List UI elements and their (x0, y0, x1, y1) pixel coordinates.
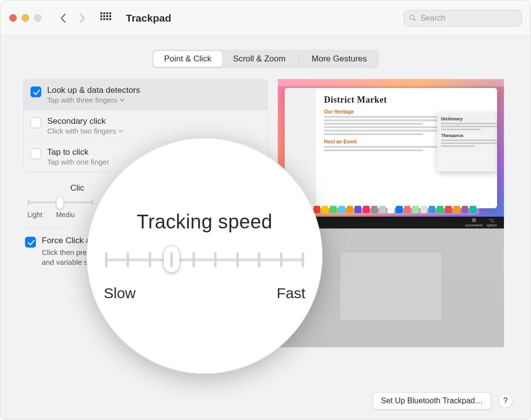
chevron-down-icon (119, 96, 125, 104)
click-slider-thumb[interactable] (56, 196, 64, 209)
tabs-bar: Point & Click Scroll & Zoom More Gesture… (0, 50, 531, 68)
preview-doc-title: District Market (324, 95, 489, 105)
option-lookup[interactable]: Look up & data detectors Tap with three … (24, 80, 267, 111)
search-input[interactable] (420, 14, 516, 23)
force-click-checkbox[interactable] (25, 237, 36, 248)
search-icon (409, 14, 416, 22)
zoom-callout: Tracking speed Slow Fast (87, 138, 323, 374)
click-label-medium: Mediu (51, 211, 80, 219)
tap-title: Tap to click (47, 147, 109, 157)
tracking-label-fast: Fast (277, 285, 305, 302)
tracking-speed-title: Tracking speed (137, 211, 272, 233)
option-secondary-click[interactable]: Secondary click Click with two fingers (24, 111, 267, 141)
titlebar: Trackpad (0, 0, 531, 36)
close-icon[interactable] (9, 14, 17, 22)
minimize-icon[interactable] (22, 14, 29, 22)
traffic-lights (9, 14, 41, 22)
setup-bluetooth-button[interactable]: Set Up Bluetooth Trackpad… (373, 392, 491, 410)
help-button[interactable]: ? (498, 393, 513, 408)
tracking-label-slow: Slow (104, 285, 136, 302)
tab-point-and-click[interactable]: Point & Click (153, 51, 222, 67)
lookup-title: Look up & data detectors (47, 85, 140, 95)
preview-lookup-popup: Dictionary Thesaurus (437, 112, 497, 171)
chevron-down-icon (118, 127, 123, 135)
click-slider[interactable] (28, 198, 92, 208)
show-all-icon[interactable] (100, 12, 112, 24)
forward-button[interactable] (76, 11, 89, 25)
tap-checkbox[interactable] (30, 148, 41, 159)
secondary-subtitle[interactable]: Click with two fingers (47, 127, 123, 135)
click-label-light: Light (23, 211, 47, 219)
preview-trackpad (339, 252, 442, 321)
back-button[interactable] (56, 11, 70, 25)
search-field[interactable] (404, 10, 522, 27)
maximize-icon (34, 14, 41, 22)
tap-subtitle: Tap with one finger (47, 158, 109, 166)
secondary-title: Secondary click (47, 116, 123, 126)
tab-scroll-and-zoom[interactable]: Scroll & Zoom (222, 51, 296, 67)
svg-line-1 (413, 19, 415, 21)
lookup-subtitle[interactable]: Tap with three fingers (47, 96, 140, 104)
tab-more-gestures[interactable]: More Gestures (301, 51, 378, 67)
preview-app-window: District Market Our Heritage Host an Eve… (285, 88, 497, 208)
tracking-speed-slider[interactable] (106, 248, 303, 282)
window-title: Trackpad (126, 12, 171, 24)
lookup-checkbox[interactable] (30, 86, 41, 97)
secondary-checkbox[interactable] (30, 117, 41, 128)
bottom-bar: Set Up Bluetooth Trackpad… ? (373, 392, 513, 410)
preview-dock (302, 204, 479, 215)
preferences-window: Trackpad Point & Click Scroll & Zoom Mor… (0, 0, 531, 420)
